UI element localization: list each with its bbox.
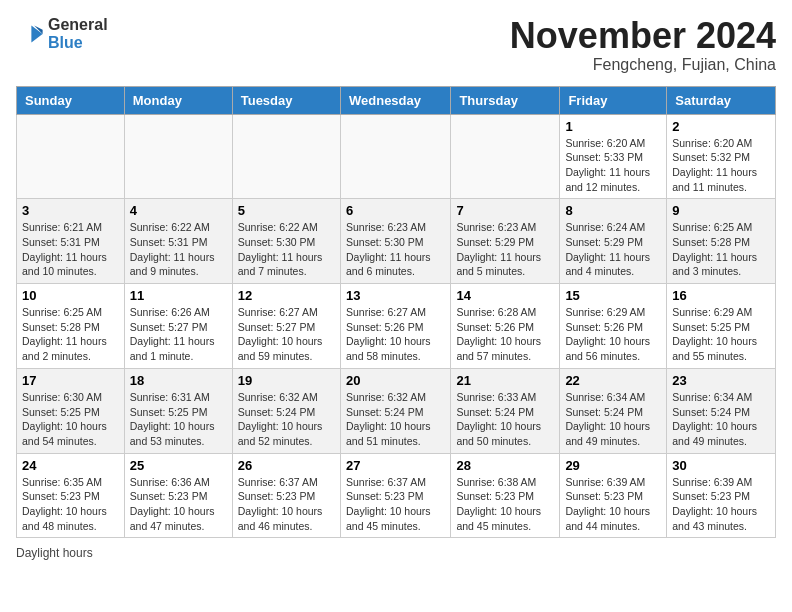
day-info: Sunrise: 6:23 AM Sunset: 5:30 PM Dayligh… [346, 220, 445, 279]
week-row-1: 1Sunrise: 6:20 AM Sunset: 5:33 PM Daylig… [17, 114, 776, 199]
calendar-cell: 21Sunrise: 6:33 AM Sunset: 5:24 PM Dayli… [451, 368, 560, 453]
day-number: 16 [672, 288, 770, 303]
day-info: Sunrise: 6:32 AM Sunset: 5:24 PM Dayligh… [238, 390, 335, 449]
calendar-cell: 28Sunrise: 6:38 AM Sunset: 5:23 PM Dayli… [451, 453, 560, 538]
day-number: 24 [22, 458, 119, 473]
weekday-header-wednesday: Wednesday [340, 86, 450, 114]
day-number: 28 [456, 458, 554, 473]
calendar-cell: 14Sunrise: 6:28 AM Sunset: 5:26 PM Dayli… [451, 284, 560, 369]
location: Fengcheng, Fujian, China [510, 56, 776, 74]
weekday-header-friday: Friday [560, 86, 667, 114]
calendar-cell: 27Sunrise: 6:37 AM Sunset: 5:23 PM Dayli… [340, 453, 450, 538]
day-info: Sunrise: 6:23 AM Sunset: 5:29 PM Dayligh… [456, 220, 554, 279]
day-info: Sunrise: 6:39 AM Sunset: 5:23 PM Dayligh… [672, 475, 770, 534]
day-number: 1 [565, 119, 661, 134]
day-number: 4 [130, 203, 227, 218]
day-info: Sunrise: 6:32 AM Sunset: 5:24 PM Dayligh… [346, 390, 445, 449]
day-info: Sunrise: 6:39 AM Sunset: 5:23 PM Dayligh… [565, 475, 661, 534]
day-info: Sunrise: 6:20 AM Sunset: 5:32 PM Dayligh… [672, 136, 770, 195]
day-info: Sunrise: 6:25 AM Sunset: 5:28 PM Dayligh… [672, 220, 770, 279]
calendar-cell: 16Sunrise: 6:29 AM Sunset: 5:25 PM Dayli… [667, 284, 776, 369]
day-number: 11 [130, 288, 227, 303]
calendar-cell: 18Sunrise: 6:31 AM Sunset: 5:25 PM Dayli… [124, 368, 232, 453]
day-number: 25 [130, 458, 227, 473]
calendar-cell: 24Sunrise: 6:35 AM Sunset: 5:23 PM Dayli… [17, 453, 125, 538]
day-number: 17 [22, 373, 119, 388]
day-info: Sunrise: 6:37 AM Sunset: 5:23 PM Dayligh… [346, 475, 445, 534]
calendar-cell: 8Sunrise: 6:24 AM Sunset: 5:29 PM Daylig… [560, 199, 667, 284]
day-number: 19 [238, 373, 335, 388]
calendar-cell [124, 114, 232, 199]
day-number: 22 [565, 373, 661, 388]
day-number: 10 [22, 288, 119, 303]
calendar-cell: 1Sunrise: 6:20 AM Sunset: 5:33 PM Daylig… [560, 114, 667, 199]
weekday-header-saturday: Saturday [667, 86, 776, 114]
calendar-cell [340, 114, 450, 199]
day-info: Sunrise: 6:33 AM Sunset: 5:24 PM Dayligh… [456, 390, 554, 449]
day-number: 6 [346, 203, 445, 218]
day-number: 2 [672, 119, 770, 134]
calendar-cell: 23Sunrise: 6:34 AM Sunset: 5:24 PM Dayli… [667, 368, 776, 453]
day-info: Sunrise: 6:27 AM Sunset: 5:26 PM Dayligh… [346, 305, 445, 364]
day-number: 14 [456, 288, 554, 303]
day-number: 23 [672, 373, 770, 388]
calendar-cell: 4Sunrise: 6:22 AM Sunset: 5:31 PM Daylig… [124, 199, 232, 284]
day-info: Sunrise: 6:30 AM Sunset: 5:25 PM Dayligh… [22, 390, 119, 449]
month-title: November 2024 [510, 16, 776, 56]
calendar-cell [17, 114, 125, 199]
day-info: Sunrise: 6:29 AM Sunset: 5:25 PM Dayligh… [672, 305, 770, 364]
weekday-header-thursday: Thursday [451, 86, 560, 114]
weekday-header-row: SundayMondayTuesdayWednesdayThursdayFrid… [17, 86, 776, 114]
day-number: 21 [456, 373, 554, 388]
weekday-header-monday: Monday [124, 86, 232, 114]
calendar-cell: 12Sunrise: 6:27 AM Sunset: 5:27 PM Dayli… [232, 284, 340, 369]
calendar-cell: 25Sunrise: 6:36 AM Sunset: 5:23 PM Dayli… [124, 453, 232, 538]
calendar-cell: 17Sunrise: 6:30 AM Sunset: 5:25 PM Dayli… [17, 368, 125, 453]
day-info: Sunrise: 6:26 AM Sunset: 5:27 PM Dayligh… [130, 305, 227, 364]
day-info: Sunrise: 6:31 AM Sunset: 5:25 PM Dayligh… [130, 390, 227, 449]
calendar-cell: 19Sunrise: 6:32 AM Sunset: 5:24 PM Dayli… [232, 368, 340, 453]
calendar-cell [451, 114, 560, 199]
calendar-cell: 15Sunrise: 6:29 AM Sunset: 5:26 PM Dayli… [560, 284, 667, 369]
day-info: Sunrise: 6:28 AM Sunset: 5:26 PM Dayligh… [456, 305, 554, 364]
title-block: November 2024 Fengcheng, Fujian, China [510, 16, 776, 74]
logo-icon [16, 20, 44, 48]
calendar-cell: 29Sunrise: 6:39 AM Sunset: 5:23 PM Dayli… [560, 453, 667, 538]
day-info: Sunrise: 6:35 AM Sunset: 5:23 PM Dayligh… [22, 475, 119, 534]
day-info: Sunrise: 6:37 AM Sunset: 5:23 PM Dayligh… [238, 475, 335, 534]
day-number: 12 [238, 288, 335, 303]
weekday-header-tuesday: Tuesday [232, 86, 340, 114]
week-row-3: 10Sunrise: 6:25 AM Sunset: 5:28 PM Dayli… [17, 284, 776, 369]
day-info: Sunrise: 6:22 AM Sunset: 5:31 PM Dayligh… [130, 220, 227, 279]
page-header: General Blue November 2024 Fengcheng, Fu… [16, 16, 776, 74]
week-row-5: 24Sunrise: 6:35 AM Sunset: 5:23 PM Dayli… [17, 453, 776, 538]
day-number: 30 [672, 458, 770, 473]
day-number: 15 [565, 288, 661, 303]
day-info: Sunrise: 6:21 AM Sunset: 5:31 PM Dayligh… [22, 220, 119, 279]
day-info: Sunrise: 6:22 AM Sunset: 5:30 PM Dayligh… [238, 220, 335, 279]
calendar-cell: 20Sunrise: 6:32 AM Sunset: 5:24 PM Dayli… [340, 368, 450, 453]
calendar-cell: 22Sunrise: 6:34 AM Sunset: 5:24 PM Dayli… [560, 368, 667, 453]
day-number: 29 [565, 458, 661, 473]
day-info: Sunrise: 6:20 AM Sunset: 5:33 PM Dayligh… [565, 136, 661, 195]
calendar-cell: 2Sunrise: 6:20 AM Sunset: 5:32 PM Daylig… [667, 114, 776, 199]
logo: General Blue [16, 16, 108, 52]
day-info: Sunrise: 6:25 AM Sunset: 5:28 PM Dayligh… [22, 305, 119, 364]
calendar-cell: 26Sunrise: 6:37 AM Sunset: 5:23 PM Dayli… [232, 453, 340, 538]
calendar-cell: 6Sunrise: 6:23 AM Sunset: 5:30 PM Daylig… [340, 199, 450, 284]
day-info: Sunrise: 6:36 AM Sunset: 5:23 PM Dayligh… [130, 475, 227, 534]
calendar-cell: 30Sunrise: 6:39 AM Sunset: 5:23 PM Dayli… [667, 453, 776, 538]
logo-text: General Blue [48, 16, 108, 52]
calendar-cell: 7Sunrise: 6:23 AM Sunset: 5:29 PM Daylig… [451, 199, 560, 284]
daylight-legend: Daylight hours [16, 546, 93, 560]
day-number: 3 [22, 203, 119, 218]
day-info: Sunrise: 6:34 AM Sunset: 5:24 PM Dayligh… [565, 390, 661, 449]
day-number: 20 [346, 373, 445, 388]
calendar-cell: 9Sunrise: 6:25 AM Sunset: 5:28 PM Daylig… [667, 199, 776, 284]
day-info: Sunrise: 6:34 AM Sunset: 5:24 PM Dayligh… [672, 390, 770, 449]
calendar-cell: 10Sunrise: 6:25 AM Sunset: 5:28 PM Dayli… [17, 284, 125, 369]
calendar-table: SundayMondayTuesdayWednesdayThursdayFrid… [16, 86, 776, 539]
day-number: 8 [565, 203, 661, 218]
day-number: 27 [346, 458, 445, 473]
day-number: 13 [346, 288, 445, 303]
